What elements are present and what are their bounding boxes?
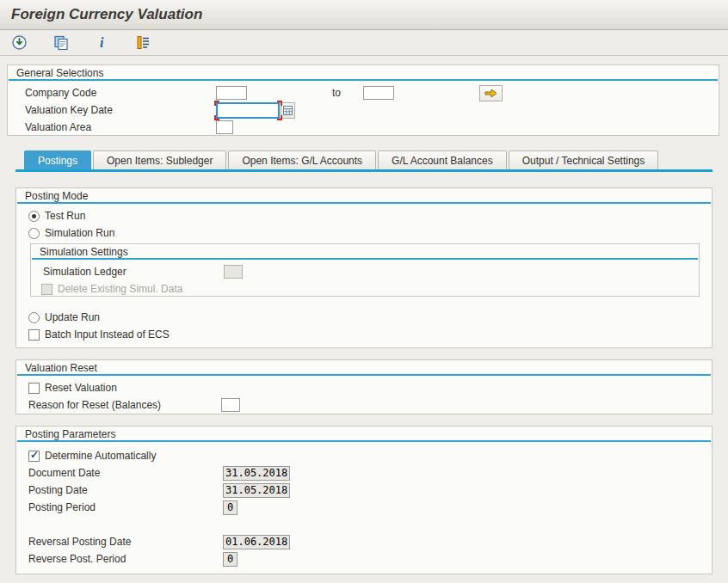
main-content: General Selections Company Code to Valua… — [0, 57, 728, 583]
reason-for-reset-input[interactable] — [221, 398, 240, 412]
tabstrip: Postings Open Items: Subledger Open Item… — [15, 150, 713, 172]
get-variant-icon — [52, 34, 69, 51]
posting-date-row: Posting Date — [16, 482, 712, 499]
test-run-radio[interactable]: Test Run — [16, 207, 712, 224]
determine-automatically-label: Determine Automatically — [45, 450, 156, 462]
simulation-run-radio[interactable]: Simulation Run — [16, 224, 712, 242]
valuation-key-date-row: Valuation Key Date — [8, 101, 719, 119]
reason-for-reset-label: Reason for Reset (Balances) — [28, 399, 221, 411]
company-code-row: Company Code to — [8, 84, 719, 101]
update-run-label: Update Run — [45, 311, 100, 323]
document-date-row: Document Date — [16, 464, 712, 482]
page-title: Foreign Currency Valuation — [11, 6, 202, 23]
simulation-ledger-input[interactable] — [224, 265, 243, 279]
execute-button[interactable] — [9, 33, 29, 53]
checkbox-indicator — [41, 284, 52, 295]
company-code-to-input[interactable] — [363, 86, 394, 100]
tab-underline — [15, 169, 713, 172]
radio-indicator — [28, 211, 40, 222]
test-run-label: Test Run — [45, 210, 85, 222]
focus-corner — [214, 101, 219, 106]
valuation-key-date-field-wrap — [216, 102, 295, 119]
date-picker-button[interactable] — [281, 102, 295, 119]
update-run-radio[interactable]: Update Run — [16, 309, 712, 326]
simulation-ledger-row: Simulation Ledger — [31, 263, 699, 280]
simulation-run-label: Simulation Run — [45, 227, 114, 239]
group-title: Valuation Reset — [16, 360, 712, 374]
tab-gl-account-balances[interactable]: G/L Account Balances — [378, 150, 507, 169]
focus-corner — [277, 115, 282, 120]
group-title: Posting Mode — [16, 188, 712, 202]
posting-parameters-group: Posting Parameters Determine Automatical… — [15, 426, 713, 574]
list-icon — [135, 34, 151, 51]
valuation-reset-group: Valuation Reset Reset Valuation Reason f… — [15, 359, 713, 414]
focus-corner — [277, 101, 282, 106]
posting-date-label: Posting Date — [28, 484, 223, 496]
reversal-posting-date-label: Reversal Posting Date — [28, 536, 223, 548]
checkbox-indicator — [28, 329, 40, 341]
valuation-area-row: Valuation Area — [8, 119, 719, 136]
reverse-post-period-input[interactable] — [223, 552, 238, 567]
posting-period-input[interactable] — [223, 500, 238, 515]
reverse-post-period-label: Reverse Post. Period — [28, 553, 223, 565]
document-date-input[interactable] — [223, 466, 290, 481]
info-icon: i — [94, 34, 110, 51]
company-code-label: Company Code — [25, 87, 216, 99]
execute-icon — [11, 34, 28, 51]
valuation-key-date-label: Valuation Key Date — [25, 104, 216, 116]
valuation-area-label: Valuation Area — [25, 121, 216, 133]
sap-screen: Foreign Currency Valuation i — [0, 0, 728, 583]
simulation-settings-group: Simulation Settings Simulation Ledger De… — [30, 243, 700, 297]
delete-existing-simul-data-checkbox: Delete Existing Simul. Data — [31, 280, 699, 298]
toolbar: i — [0, 30, 728, 56]
to-label: to — [332, 87, 341, 99]
checkbox-indicator — [28, 383, 40, 394]
calendar-icon — [283, 106, 293, 115]
multiple-selection-arrow-icon — [484, 89, 497, 98]
delete-existing-simul-data-label: Delete Existing Simul. Data — [58, 283, 182, 295]
batch-input-checkbox[interactable]: Batch Input Instead of ECS — [16, 326, 712, 343]
valuation-area-input[interactable] — [216, 120, 233, 134]
posting-date-input[interactable] — [223, 483, 290, 498]
titlebar: Foreign Currency Valuation — [0, 0, 728, 30]
document-date-label: Document Date — [28, 467, 223, 479]
info-button[interactable]: i — [91, 33, 112, 53]
radio-indicator — [28, 312, 40, 323]
get-variant-button[interactable] — [50, 33, 71, 53]
posting-period-row: Posting Period — [16, 499, 712, 516]
simulation-ledger-label: Simulation Ledger — [43, 266, 224, 278]
tab-open-items-subledger[interactable]: Open Items: Subledger — [93, 150, 226, 169]
posting-mode-group: Posting Mode Test Run Simulation Run Sim… — [15, 187, 713, 348]
reversal-posting-date-row: Reversal Posting Date — [16, 533, 712, 550]
group-title: Simulation Settings — [31, 244, 699, 258]
group-title: Posting Parameters — [16, 427, 712, 440]
tab-open-items-gl-accounts[interactable]: Open Items: G/L Accounts — [228, 150, 376, 169]
determine-automatically-checkbox[interactable]: Determine Automatically — [16, 447, 712, 464]
tab-output-technical-settings[interactable]: Output / Technical Settings — [509, 150, 659, 169]
group-title: General Selections — [8, 65, 719, 79]
reversal-posting-date-input[interactable] — [223, 535, 290, 549]
posting-period-label: Posting Period — [28, 501, 223, 513]
radio-indicator — [28, 228, 40, 239]
reason-for-reset-row: Reason for Reset (Balances) — [16, 396, 712, 414]
company-code-from-input[interactable] — [216, 86, 247, 100]
tabs: Postings Open Items: Subledger Open Item… — [15, 150, 713, 169]
reset-valuation-checkbox[interactable]: Reset Valuation — [16, 379, 712, 396]
focus-corner — [214, 115, 219, 120]
general-selections-group: General Selections Company Code to Valua… — [7, 64, 719, 136]
tab-postings[interactable]: Postings — [24, 150, 91, 169]
reverse-post-period-row: Reverse Post. Period — [16, 550, 712, 568]
batch-input-label: Batch Input Instead of ECS — [45, 328, 170, 341]
list-button[interactable] — [133, 33, 153, 53]
valuation-key-date-input[interactable] — [216, 102, 280, 119]
reset-valuation-label: Reset Valuation — [45, 382, 117, 394]
multiple-selection-button[interactable] — [479, 85, 503, 101]
checkbox-indicator — [28, 451, 40, 462]
svg-text:i: i — [100, 35, 104, 50]
